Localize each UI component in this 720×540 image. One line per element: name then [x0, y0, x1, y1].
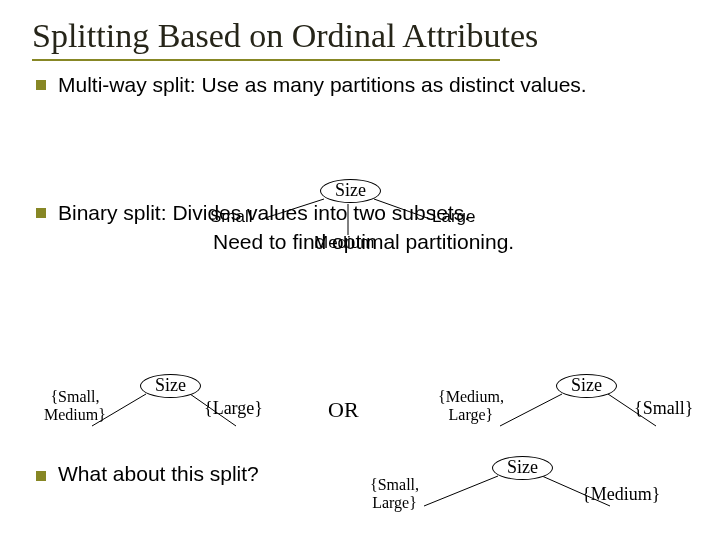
node-size: Size	[492, 456, 553, 480]
bullet-text: Use as many partitions as distinct value…	[196, 73, 587, 96]
slide: Splitting Based on Ordinal Attributes Mu…	[0, 0, 720, 540]
svg-line-2	[374, 199, 430, 219]
node-size: Size	[140, 374, 201, 398]
leaf-set-large: {Large}	[204, 398, 263, 419]
leaf-set-medium: {Medium}	[582, 484, 660, 505]
or-label: OR	[328, 397, 359, 423]
leaf-large: Large	[432, 207, 475, 227]
tree-binary-left: Size {Small, Medium} {Large}	[50, 372, 280, 452]
bullet-what-about: What about this split?	[36, 462, 259, 486]
tree-binary-question: Size {Small, Large} {Medium}	[362, 454, 662, 529]
leaf-set-medium-large: {Medium, Large}	[438, 388, 504, 425]
title-underline	[32, 59, 500, 61]
svg-line-7	[424, 476, 498, 506]
node-size: Size	[556, 374, 617, 398]
node-size: Size	[320, 179, 381, 203]
slide-title: Splitting Based on Ordinal Attributes	[32, 16, 692, 55]
bullet-lead: Binary split:	[58, 201, 167, 224]
tree-binary-right: Size {Medium, Large} {Small}	[440, 372, 690, 452]
tree-multiway: Size Small Medium Large	[220, 177, 480, 257]
leaf-medium: Medium	[314, 233, 374, 253]
bullet-multiway: Multi-way split: Use as many partitions …	[36, 71, 692, 191]
leaf-set-small-medium: {Small, Medium}	[44, 388, 106, 425]
bullet-lead: Multi-way split:	[58, 73, 196, 96]
leaf-small: Small	[210, 207, 253, 227]
svg-line-0	[262, 199, 324, 219]
leaf-set-small: {Small}	[634, 398, 693, 419]
svg-line-5	[500, 394, 562, 426]
leaf-set-small-large: {Small, Large}	[370, 476, 419, 513]
